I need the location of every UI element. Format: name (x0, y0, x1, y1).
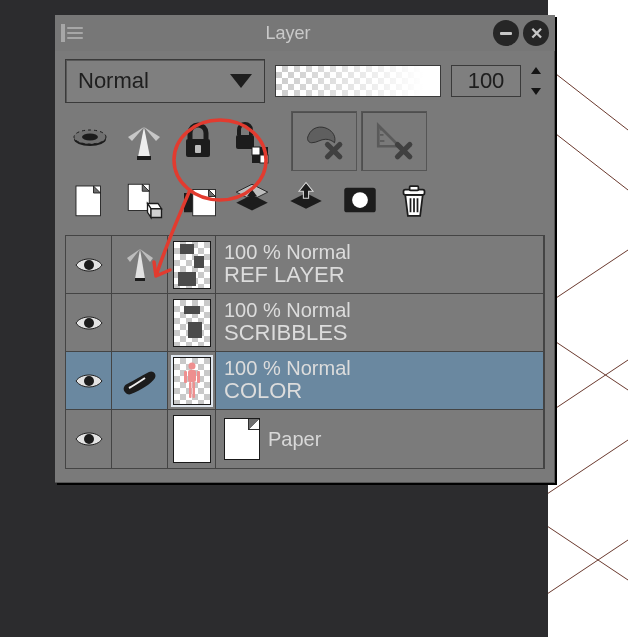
layer-panel: Layer ✕ Normal 100 (55, 15, 555, 483)
svg-line-5 (548, 440, 628, 500)
chevron-down-icon (230, 74, 252, 88)
layer-row-color[interactable]: 100 % Normal COLOR (66, 352, 543, 410)
blend-mode-label: Normal (78, 68, 149, 94)
close-button[interactable]: ✕ (523, 20, 549, 46)
reference-flag[interactable] (112, 236, 168, 293)
svg-rect-14 (236, 135, 254, 149)
draft-flag[interactable] (112, 352, 168, 409)
layer-row-ref[interactable]: 100 % Normal REF LAYER (66, 236, 543, 294)
step-down-icon (531, 88, 541, 95)
layer-row-paper[interactable]: Paper (66, 410, 543, 468)
svg-rect-40 (189, 382, 192, 398)
svg-rect-16 (260, 147, 268, 155)
visibility-toggle[interactable] (66, 352, 112, 409)
layer-name: COLOR (224, 379, 535, 402)
svg-point-26 (352, 192, 368, 208)
svg-rect-11 (137, 156, 151, 160)
svg-point-10 (82, 134, 98, 141)
svg-line-1 (548, 120, 628, 190)
svg-line-3 (548, 330, 628, 390)
svg-point-34 (84, 318, 94, 328)
layer-mask-button[interactable] (335, 175, 385, 225)
new-folder-button[interactable] (173, 175, 223, 225)
minimize-button[interactable] (493, 20, 519, 46)
opacity-value: 100 (468, 68, 505, 94)
layer-info[interactable]: 100 % Normal REF LAYER (216, 236, 543, 293)
layer-row-scribbles[interactable]: 100 % Normal SCRIBBLES (66, 294, 543, 352)
layer-list: 100 % Normal REF LAYER 100 % Normal SCRI… (65, 235, 545, 469)
new-3d-layer-button[interactable] (119, 175, 169, 225)
visibility-toggle[interactable] (66, 410, 112, 468)
layer-info[interactable]: 100 % Normal SCRIBBLES (216, 294, 543, 351)
reference-layer-button[interactable] (119, 116, 169, 166)
lock-transparency-button[interactable] (227, 116, 277, 166)
svg-rect-31 (410, 186, 419, 190)
layer-thumbnail[interactable] (168, 236, 216, 293)
svg-rect-13 (195, 145, 201, 153)
visibility-toggle[interactable] (66, 236, 112, 293)
ruler-button[interactable] (361, 111, 427, 171)
svg-line-7 (548, 540, 628, 600)
layer-name: Paper (268, 428, 321, 451)
opacity-stepper[interactable] (531, 65, 545, 97)
canvas-area[interactable] (548, 0, 628, 637)
paper-icon (224, 418, 260, 460)
layer-flag-empty[interactable] (112, 294, 168, 351)
merge-down-button[interactable] (281, 175, 331, 225)
layer-info[interactable]: 100 % Normal COLOR (216, 352, 543, 409)
panel-menu-icon[interactable] (61, 24, 83, 42)
layer-thumbnail[interactable] (168, 352, 216, 409)
layer-name: REF LAYER (224, 263, 535, 286)
svg-line-4 (548, 360, 628, 420)
svg-point-35 (84, 376, 94, 386)
blend-mode-select[interactable]: Normal (65, 59, 265, 103)
svg-rect-15 (252, 147, 260, 155)
svg-rect-37 (188, 370, 196, 382)
visibility-toggle[interactable] (66, 294, 112, 351)
layer-info[interactable]: Paper (216, 410, 543, 468)
step-up-icon (531, 67, 541, 74)
layer-name: SCRIBBLES (224, 321, 535, 344)
svg-rect-18 (260, 155, 268, 163)
opacity-value-box[interactable]: 100 (451, 65, 521, 97)
svg-point-32 (84, 260, 94, 270)
svg-point-42 (84, 434, 94, 444)
layer-meta: 100 % Normal (224, 358, 535, 379)
opacity-slider[interactable] (275, 65, 441, 97)
svg-line-2 (548, 250, 628, 310)
transfer-down-button[interactable] (227, 175, 277, 225)
svg-point-36 (188, 362, 195, 369)
panel-title: Layer (83, 23, 493, 44)
layer-thumbnail[interactable] (168, 410, 216, 468)
layer-flag-empty[interactable] (112, 410, 168, 468)
layer-meta: 100 % Normal (224, 300, 535, 321)
svg-line-6 (548, 520, 628, 580)
layer-meta: 100 % Normal (224, 242, 535, 263)
svg-rect-39 (197, 371, 200, 383)
svg-line-0 (548, 60, 628, 130)
new-layer-button[interactable] (65, 175, 115, 225)
layer-thumbnail[interactable] (168, 294, 216, 351)
svg-rect-17 (252, 155, 260, 163)
svg-rect-33 (135, 278, 145, 281)
enable-mask-button[interactable] (291, 111, 357, 171)
svg-rect-41 (192, 382, 195, 398)
lock-button[interactable] (173, 116, 223, 166)
panel-titlebar[interactable]: Layer ✕ (55, 15, 555, 51)
svg-rect-38 (184, 371, 187, 383)
delete-layer-button[interactable] (389, 175, 439, 225)
clipping-mask-button[interactable] (65, 116, 115, 166)
